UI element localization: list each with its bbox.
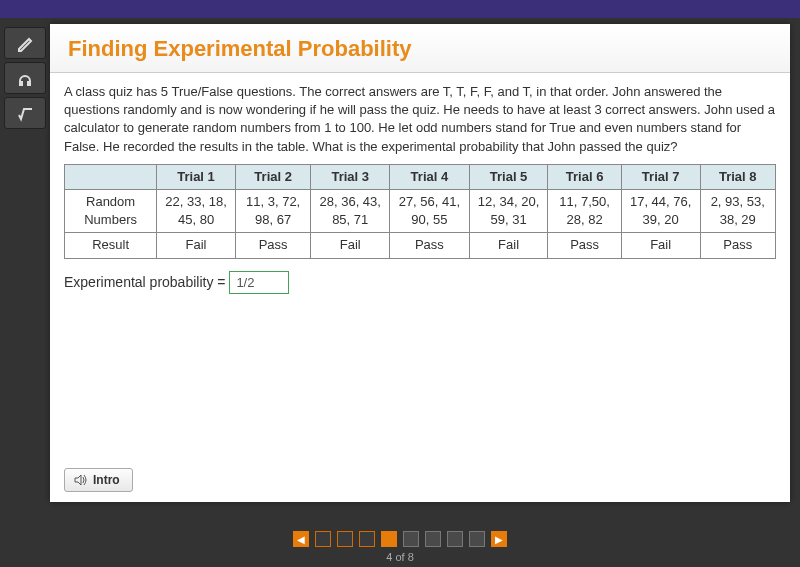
headphones-icon	[16, 69, 34, 87]
cell: 2, 93, 53, 38, 29	[700, 189, 775, 232]
page-title: Finding Experimental Probability	[68, 36, 772, 62]
page-box-3[interactable]	[359, 531, 375, 547]
col-header: Trial 6	[548, 164, 621, 189]
col-header: Trial 7	[621, 164, 700, 189]
row-header: Result	[65, 233, 157, 258]
side-toolbar	[0, 18, 50, 132]
pencil-tool[interactable]	[4, 27, 46, 59]
cell: 17, 44, 76, 39, 20	[621, 189, 700, 232]
cell: Pass	[700, 233, 775, 258]
formula-tool[interactable]	[4, 97, 46, 129]
col-header: Trial 2	[235, 164, 310, 189]
cell: 12, 34, 20, 59, 31	[469, 189, 548, 232]
cell: Pass	[235, 233, 310, 258]
cell: 27, 56, 41, 90, 55	[390, 189, 470, 232]
page-box-8[interactable]	[469, 531, 485, 547]
audio-tool[interactable]	[4, 62, 46, 94]
cell: 22, 33, 18, 45, 80	[157, 189, 236, 232]
page-counter: 4 of 8	[0, 551, 800, 563]
cell: 11, 7,50, 28, 82	[548, 189, 621, 232]
cell: 11, 3, 72, 98, 67	[235, 189, 310, 232]
table-row: Random Numbers 22, 33, 18, 45, 80 11, 3,…	[65, 189, 776, 232]
cell: Fail	[311, 233, 390, 258]
page-box-1[interactable]	[315, 531, 331, 547]
col-header: Trial 3	[311, 164, 390, 189]
pencil-icon	[16, 34, 34, 52]
lesson-body: A class quiz has 5 True/False questions.…	[50, 73, 790, 304]
next-button[interactable]: ▶	[491, 531, 507, 547]
cell: Fail	[469, 233, 548, 258]
col-header: Trial 8	[700, 164, 775, 189]
speaker-icon	[73, 473, 87, 487]
col-header: Trial 4	[390, 164, 470, 189]
square-root-icon	[16, 104, 34, 122]
intro-label: Intro	[93, 473, 120, 487]
col-header: Trial 1	[157, 164, 236, 189]
page-box-2[interactable]	[337, 531, 353, 547]
answer-input[interactable]	[229, 271, 289, 294]
page-box-4[interactable]	[381, 531, 397, 547]
answer-label: Experimental probability =	[64, 274, 225, 290]
table-row: Result Fail Pass Fail Pass Fail Pass Fai…	[65, 233, 776, 258]
cell: Fail	[621, 233, 700, 258]
page-box-6[interactable]	[425, 531, 441, 547]
cell: Pass	[390, 233, 470, 258]
lesson-heading: Finding Experimental Probability	[50, 24, 790, 73]
problem-text: A class quiz has 5 True/False questions.…	[64, 83, 776, 156]
trials-table: Trial 1 Trial 2 Trial 3 Trial 4 Trial 5 …	[64, 164, 776, 259]
prev-button[interactable]: ◀	[293, 531, 309, 547]
answer-row: Experimental probability =	[64, 271, 776, 294]
blank-header	[65, 164, 157, 189]
col-header: Trial 5	[469, 164, 548, 189]
row-header: Random Numbers	[65, 189, 157, 232]
app-topbar	[0, 0, 800, 18]
page-box-5[interactable]	[403, 531, 419, 547]
page-box-7[interactable]	[447, 531, 463, 547]
lesson-panel: Finding Experimental Probability A class…	[50, 24, 790, 502]
page-navigator: ◀ ▶	[0, 531, 800, 547]
intro-button[interactable]: Intro	[64, 468, 133, 492]
cell: 28, 36, 43, 85, 71	[311, 189, 390, 232]
cell: Pass	[548, 233, 621, 258]
cell: Fail	[157, 233, 236, 258]
